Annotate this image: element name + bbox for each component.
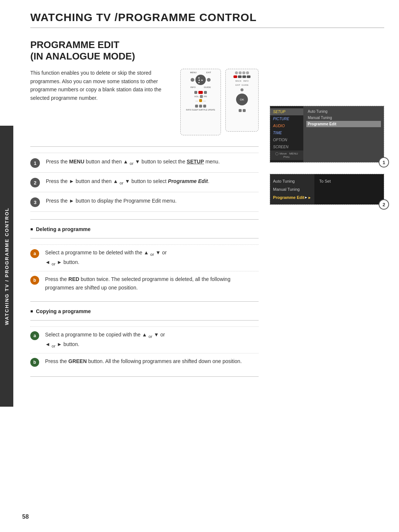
menu-item-time: TIME bbox=[270, 129, 303, 136]
step-1: 1 Press the MENU button and then ▲ or ▼ … bbox=[30, 153, 259, 172]
divider-after-steps bbox=[30, 219, 259, 220]
menu-1-right: Auto Tuning Manual Tuning Programme Edit bbox=[303, 106, 384, 162]
delete-step-a: a Select a programme to be deleted with … bbox=[30, 244, 259, 271]
side-tab-text: WATCHING TV / PROGRAMME CONTROL bbox=[4, 207, 10, 325]
main-content: WATCHING TV /PROGRAMME CONTROL PROGRAMME… bbox=[19, 0, 399, 405]
menu-right-manual-tuning: Manual Tuning bbox=[306, 115, 381, 121]
intro-text: This function enables you to delete or s… bbox=[30, 69, 173, 102]
step-1-bold1: MENU bbox=[69, 159, 84, 165]
menu-right-auto-tuning: Auto Tuning bbox=[306, 108, 381, 115]
divider-delete-top bbox=[30, 238, 259, 238]
menu-item-setup: SETUP bbox=[270, 108, 303, 115]
badge-2: 2 bbox=[379, 199, 389, 210]
side-tab: WATCHING TV / PROGRAMME CONTROL bbox=[0, 126, 13, 407]
menu2-auto-tuning: Auto Tuning bbox=[270, 177, 314, 185]
copy-step-a: a Select a programme to be copied with t… bbox=[30, 326, 259, 353]
divider-copy-section bbox=[30, 301, 259, 302]
menu-move-text: ◯ Move MENU Prev. bbox=[270, 150, 303, 160]
copy-step-b-letter: b bbox=[30, 358, 39, 367]
copy-step-b-text: Press the GREEN button. All the followin… bbox=[45, 357, 242, 365]
page-header: WATCHING TV /PROGRAMME CONTROL bbox=[30, 11, 384, 28]
menu-item-picture: PICTURE bbox=[270, 115, 303, 122]
step-3-text: Press the ► button to display the Progra… bbox=[46, 197, 177, 205]
delete-step-a-letter: a bbox=[30, 249, 39, 258]
remote-2: BACK INFO EXIT GUIDE OK bbox=[225, 69, 259, 132]
step-1-num: 1 bbox=[30, 158, 40, 168]
delete-step-b-bold: RED bbox=[68, 276, 79, 282]
divider-top bbox=[30, 146, 259, 147]
menu2-programme-edit-label: Programme Edit bbox=[273, 195, 304, 200]
section-title: PROGRAMME EDIT(IN ANALOGUE MODE) bbox=[30, 39, 259, 62]
menu-2-left: Auto Tuning Manual Tuning Programme Edit… bbox=[270, 174, 314, 204]
menu-1-left: SETUP PICTURE AUDIO TIME OPTION SCREEN ◯… bbox=[270, 106, 303, 162]
step-2: 2 Press the ► button and then ▲ or ▼ but… bbox=[30, 172, 259, 192]
badge-1: 1 bbox=[379, 157, 389, 167]
step-2-bold: Programme Edit bbox=[168, 178, 208, 184]
menu2-arrow-icon: ► bbox=[304, 196, 308, 199]
menu2-programme-edit: Programme Edit ► bbox=[270, 193, 314, 201]
menu-right-programme-edit: Programme Edit bbox=[306, 121, 381, 127]
delete-step-b-text: Press the RED button twice. The selected… bbox=[45, 275, 259, 292]
deleting-section-header: Deleting a programme bbox=[30, 226, 259, 232]
menu-2-cols: Auto Tuning Manual Tuning Programme Edit… bbox=[270, 174, 384, 204]
divider-bottom bbox=[30, 376, 259, 377]
step-3: 3 Press the ► button to display the Prog… bbox=[30, 192, 259, 212]
right-column: SETUP PICTURE AUDIO TIME OPTION SCREEN ◯… bbox=[270, 39, 384, 383]
step-1-text: Press the MENU button and then ▲ or ▼ bu… bbox=[46, 157, 220, 167]
delete-step-a-text: Select a programme to be deleted with th… bbox=[45, 248, 167, 267]
step-2-text: Press the ► button and then ▲ or ▼ butto… bbox=[46, 177, 209, 186]
divider-copy-top bbox=[30, 320, 259, 321]
chapter-title: WATCHING TV /PROGRAMME CONTROL bbox=[30, 11, 384, 24]
copy-step-a-text: Select a programme to be copied with the… bbox=[45, 331, 165, 349]
menu2-to-set-label: To Set bbox=[317, 177, 381, 185]
copy-step-b-bold: GREEN bbox=[68, 358, 87, 364]
remote-images: MENU EXIT ▲◄ ►▼ INFO GUIDE bbox=[180, 69, 259, 135]
step-1-bold2: SETUP bbox=[187, 159, 204, 165]
remote-1: MENU EXIT ▲◄ ►▼ INFO GUIDE bbox=[180, 69, 221, 135]
page-number: 58 bbox=[22, 514, 29, 520]
copying-section-header: Copying a programme bbox=[30, 308, 259, 314]
menu-item-option: OPTION bbox=[270, 136, 303, 143]
menu-screenshot-1: SETUP PICTURE AUDIO TIME OPTION SCREEN ◯… bbox=[270, 106, 384, 163]
step-3-num: 3 bbox=[30, 197, 40, 207]
delete-step-b: b Press the RED button twice. The select… bbox=[30, 271, 259, 295]
left-column: PROGRAMME EDIT(IN ANALOGUE MODE) This fu… bbox=[30, 39, 259, 383]
menu-item-screen: SCREEN bbox=[270, 143, 303, 150]
intro-area: This function enables you to delete or s… bbox=[30, 69, 259, 135]
menu-screenshot-2: Auto Tuning Manual Tuning Programme Edit… bbox=[270, 174, 384, 205]
copy-step-a-letter: a bbox=[30, 331, 39, 340]
menu-1-inner: SETUP PICTURE AUDIO TIME OPTION SCREEN ◯… bbox=[270, 106, 384, 162]
steps-container: 1 Press the MENU button and then ▲ or ▼ … bbox=[30, 153, 259, 212]
menu-item-audio: AUDIO bbox=[270, 122, 303, 129]
step-2-num: 2 bbox=[30, 178, 40, 187]
delete-step-b-letter: b bbox=[30, 276, 39, 285]
menu-2-right: To Set bbox=[314, 174, 384, 204]
copy-step-b: b Press the GREEN button. All the follow… bbox=[30, 353, 259, 370]
menu2-manual-tuning: Manual Tuning bbox=[270, 185, 314, 193]
